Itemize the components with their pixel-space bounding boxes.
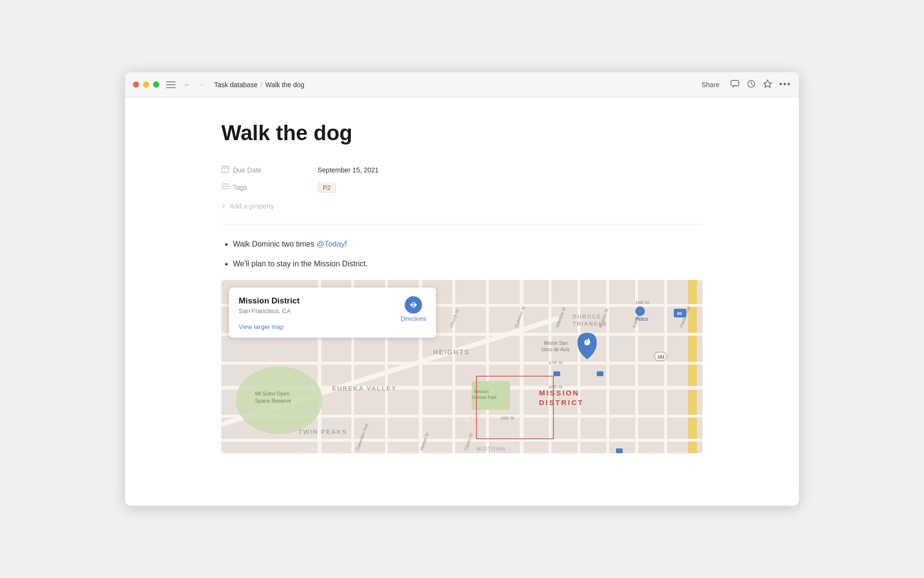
view-larger-map-link[interactable]: View larger map [239,323,284,330]
map-embed: Mt Sutro Open Space Reserve Mission Dolo… [221,280,703,453]
more-icon[interactable]: ••• [779,79,791,90]
breadcrumb-current: Walk the dog [265,81,304,89]
app-window: ← → Task database / Walk the dog Share [125,72,799,506]
svg-text:Dolores Park: Dolores Park [472,395,497,400]
svg-marker-2 [764,80,771,88]
svg-text:DUBOCE: DUBOCE [573,314,602,319]
traffic-lights [133,81,159,88]
bullet2-text: We'll plan to stay in the Mission Distri… [233,260,368,268]
today-mention[interactable]: @Today [317,240,345,248]
svg-text:18th St: 18th St [549,384,563,389]
svg-text:Mt Sutro Open: Mt Sutro Open [255,391,290,396]
svg-text:cisco de Asís: cisco de Asís [541,347,569,352]
popup-location-title: Mission District [239,296,300,306]
properties-section: Due Date September 15, 2021 Tags P2 [221,161,703,214]
tags-value[interactable]: P2 [318,184,336,191]
minimize-button[interactable] [143,81,149,88]
due-date-row: Due Date September 15, 2021 [221,161,703,179]
bullet-list: Walk Dominic two times @Today! We'll pla… [221,238,703,270]
svg-text:TWIN PEAKS: TWIN PEAKS [298,428,347,435]
svg-rect-0 [731,80,739,86]
add-property-label: Add a property [230,202,274,210]
list-item: Walk Dominic two times @Today! [233,238,703,250]
content-divider [221,224,703,224]
due-date-value[interactable]: September 15, 2021 [318,166,379,174]
calendar-icon [221,165,229,174]
svg-text:DISTRICT: DISTRICT [539,398,584,407]
svg-text:101: 101 [657,355,665,359]
tags-label-text: Tags [233,184,247,191]
comment-icon[interactable] [730,79,740,91]
svg-rect-23 [221,439,703,442]
svg-text:16th St: 16th St [635,300,649,305]
close-button[interactable] [133,81,139,88]
svg-text:17th St: 17th St [549,360,563,365]
directions-icon [405,296,422,314]
svg-text:Space Reserve: Space Reserve [255,398,291,404]
popup-info: Mission District San Francisco, CA [239,296,300,315]
svg-text:16th St: 16th St [500,416,514,420]
maximize-button[interactable] [153,81,159,88]
tags-label[interactable]: Tags [221,183,318,192]
history-icon[interactable] [746,79,756,91]
add-property-button[interactable]: + Add a property [221,198,703,214]
bullet1-text: Walk Dominic two times [233,240,317,248]
list-item: We'll plan to stay in the Mission Distri… [233,258,703,270]
tags-icon [221,183,229,192]
svg-text:Misión San: Misión San [544,341,567,346]
directions-label: Directions [401,315,426,322]
titlebar: ← → Task database / Walk the dog Share [125,72,799,97]
map-popup: Mission District San Francisco, CA Direc… [229,288,436,338]
svg-text:MIDTOWN: MIDTOWN [476,446,506,452]
svg-rect-46 [553,371,560,376]
tags-row: Tags P2 [221,179,703,196]
star-icon[interactable] [763,79,772,91]
titlebar-actions: Share ••• [698,79,791,91]
tag-p2[interactable]: P2 [318,183,336,193]
breadcrumb-parent[interactable]: Task database [214,81,257,89]
nav-arrows: ← → [181,79,207,90]
svg-text:MISSION: MISSION [539,389,579,397]
svg-rect-48 [616,448,623,453]
page-content: Walk the dog Due Date September 15, 2021 [125,97,799,506]
menu-icon[interactable] [166,81,176,88]
svg-rect-47 [597,371,603,376]
popup-directions[interactable]: Directions [401,296,426,322]
svg-text:HEIGHTS: HEIGHTS [433,348,470,356]
page-title: Walk the dog [221,120,703,146]
forward-button[interactable]: → [196,79,207,90]
breadcrumb: Task database / Walk the dog [214,81,698,89]
svg-rect-3 [222,166,229,172]
popup-header: Mission District San Francisco, CA Direc… [239,296,426,322]
popup-location-subtitle: San Francisco, CA [239,307,300,315]
svg-text:EUREKA VALLEY: EUREKA VALLEY [332,385,397,392]
svg-text:80: 80 [677,311,682,316]
bullet1-suffix: ! [345,240,347,248]
due-date-label[interactable]: Due Date [221,165,318,174]
due-date-label-text: Due Date [233,166,261,174]
add-property-icon: + [221,202,226,210]
breadcrumb-separator: / [260,81,262,89]
back-button[interactable]: ← [181,79,193,90]
svg-rect-20 [221,362,703,365]
share-button[interactable]: Share [698,79,723,91]
